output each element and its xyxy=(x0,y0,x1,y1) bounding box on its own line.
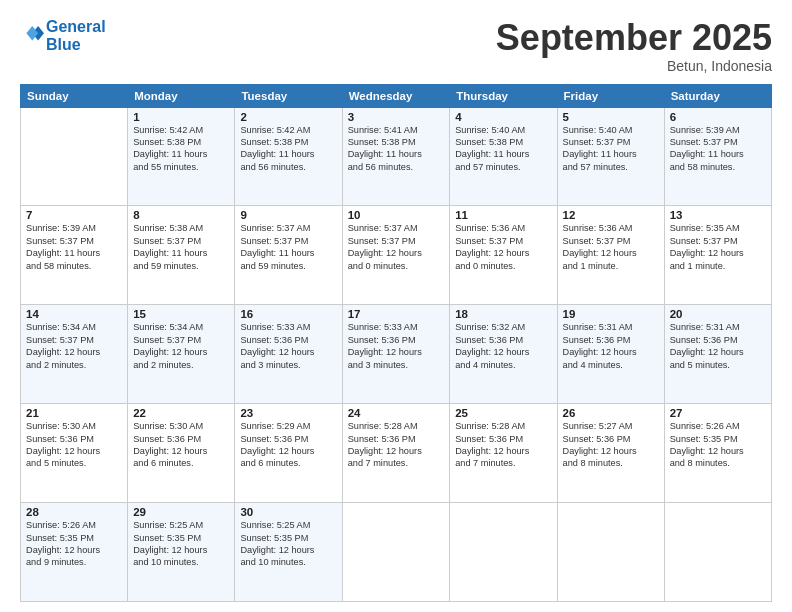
calendar-cell: 8Sunrise: 5:38 AM Sunset: 5:37 PM Daylig… xyxy=(128,206,235,305)
calendar-cell: 28Sunrise: 5:26 AM Sunset: 5:35 PM Dayli… xyxy=(21,503,128,602)
day-number: 24 xyxy=(348,407,445,419)
calendar-cell: 14Sunrise: 5:34 AM Sunset: 5:37 PM Dayli… xyxy=(21,305,128,404)
day-number: 8 xyxy=(133,209,229,221)
day-number: 1 xyxy=(133,111,229,123)
calendar-cell xyxy=(342,503,450,602)
day-info: Sunrise: 5:31 AM Sunset: 5:36 PM Dayligh… xyxy=(670,321,766,371)
day-info: Sunrise: 5:28 AM Sunset: 5:36 PM Dayligh… xyxy=(455,420,551,470)
logo-icon xyxy=(22,23,44,45)
week-row-5: 28Sunrise: 5:26 AM Sunset: 5:35 PM Dayli… xyxy=(21,503,772,602)
week-row-3: 14Sunrise: 5:34 AM Sunset: 5:37 PM Dayli… xyxy=(21,305,772,404)
calendar-cell xyxy=(21,107,128,206)
day-info: Sunrise: 5:35 AM Sunset: 5:37 PM Dayligh… xyxy=(670,222,766,272)
calendar-cell xyxy=(450,503,557,602)
day-info: Sunrise: 5:25 AM Sunset: 5:35 PM Dayligh… xyxy=(133,519,229,569)
location: Betun, Indonesia xyxy=(496,58,772,74)
day-number: 3 xyxy=(348,111,445,123)
day-info: Sunrise: 5:28 AM Sunset: 5:36 PM Dayligh… xyxy=(348,420,445,470)
calendar-table: SundayMondayTuesdayWednesdayThursdayFrid… xyxy=(20,84,772,602)
day-info: Sunrise: 5:40 AM Sunset: 5:37 PM Dayligh… xyxy=(563,124,659,174)
calendar-cell: 25Sunrise: 5:28 AM Sunset: 5:36 PM Dayli… xyxy=(450,404,557,503)
day-number: 7 xyxy=(26,209,122,221)
day-info: Sunrise: 5:41 AM Sunset: 5:38 PM Dayligh… xyxy=(348,124,445,174)
calendar-cell: 13Sunrise: 5:35 AM Sunset: 5:37 PM Dayli… xyxy=(664,206,771,305)
day-number: 11 xyxy=(455,209,551,221)
day-number: 23 xyxy=(240,407,336,419)
week-row-4: 21Sunrise: 5:30 AM Sunset: 5:36 PM Dayli… xyxy=(21,404,772,503)
day-info: Sunrise: 5:42 AM Sunset: 5:38 PM Dayligh… xyxy=(240,124,336,174)
calendar-cell: 6Sunrise: 5:39 AM Sunset: 5:37 PM Daylig… xyxy=(664,107,771,206)
day-info: Sunrise: 5:30 AM Sunset: 5:36 PM Dayligh… xyxy=(26,420,122,470)
calendar-cell: 15Sunrise: 5:34 AM Sunset: 5:37 PM Dayli… xyxy=(128,305,235,404)
day-number: 30 xyxy=(240,506,336,518)
weekday-header-row: SundayMondayTuesdayWednesdayThursdayFrid… xyxy=(21,84,772,107)
weekday-header-sunday: Sunday xyxy=(21,84,128,107)
week-row-2: 7Sunrise: 5:39 AM Sunset: 5:37 PM Daylig… xyxy=(21,206,772,305)
day-number: 2 xyxy=(240,111,336,123)
calendar-cell xyxy=(664,503,771,602)
calendar-cell: 19Sunrise: 5:31 AM Sunset: 5:36 PM Dayli… xyxy=(557,305,664,404)
day-number: 14 xyxy=(26,308,122,320)
calendar-cell: 4Sunrise: 5:40 AM Sunset: 5:38 PM Daylig… xyxy=(450,107,557,206)
calendar-cell: 16Sunrise: 5:33 AM Sunset: 5:36 PM Dayli… xyxy=(235,305,342,404)
day-number: 16 xyxy=(240,308,336,320)
day-info: Sunrise: 5:30 AM Sunset: 5:36 PM Dayligh… xyxy=(133,420,229,470)
day-info: Sunrise: 5:26 AM Sunset: 5:35 PM Dayligh… xyxy=(26,519,122,569)
day-number: 26 xyxy=(563,407,659,419)
day-number: 13 xyxy=(670,209,766,221)
calendar-cell: 11Sunrise: 5:36 AM Sunset: 5:37 PM Dayli… xyxy=(450,206,557,305)
day-info: Sunrise: 5:32 AM Sunset: 5:36 PM Dayligh… xyxy=(455,321,551,371)
calendar-cell: 22Sunrise: 5:30 AM Sunset: 5:36 PM Dayli… xyxy=(128,404,235,503)
day-info: Sunrise: 5:42 AM Sunset: 5:38 PM Dayligh… xyxy=(133,124,229,174)
day-number: 10 xyxy=(348,209,445,221)
day-info: Sunrise: 5:39 AM Sunset: 5:37 PM Dayligh… xyxy=(26,222,122,272)
page: General Blue September 2025 Betun, Indon… xyxy=(0,0,792,612)
calendar-cell: 21Sunrise: 5:30 AM Sunset: 5:36 PM Dayli… xyxy=(21,404,128,503)
calendar-cell: 3Sunrise: 5:41 AM Sunset: 5:38 PM Daylig… xyxy=(342,107,450,206)
weekday-header-monday: Monday xyxy=(128,84,235,107)
weekday-header-saturday: Saturday xyxy=(664,84,771,107)
calendar-cell: 5Sunrise: 5:40 AM Sunset: 5:37 PM Daylig… xyxy=(557,107,664,206)
calendar-cell: 9Sunrise: 5:37 AM Sunset: 5:37 PM Daylig… xyxy=(235,206,342,305)
day-info: Sunrise: 5:38 AM Sunset: 5:37 PM Dayligh… xyxy=(133,222,229,272)
weekday-header-tuesday: Tuesday xyxy=(235,84,342,107)
calendar-cell: 2Sunrise: 5:42 AM Sunset: 5:38 PM Daylig… xyxy=(235,107,342,206)
day-number: 29 xyxy=(133,506,229,518)
day-number: 12 xyxy=(563,209,659,221)
day-info: Sunrise: 5:25 AM Sunset: 5:35 PM Dayligh… xyxy=(240,519,336,569)
calendar-cell: 20Sunrise: 5:31 AM Sunset: 5:36 PM Dayli… xyxy=(664,305,771,404)
month-title: September 2025 xyxy=(496,18,772,58)
calendar-cell: 10Sunrise: 5:37 AM Sunset: 5:37 PM Dayli… xyxy=(342,206,450,305)
calendar-cell: 24Sunrise: 5:28 AM Sunset: 5:36 PM Dayli… xyxy=(342,404,450,503)
calendar-cell: 26Sunrise: 5:27 AM Sunset: 5:36 PM Dayli… xyxy=(557,404,664,503)
day-number: 4 xyxy=(455,111,551,123)
calendar-cell: 27Sunrise: 5:26 AM Sunset: 5:35 PM Dayli… xyxy=(664,404,771,503)
day-number: 18 xyxy=(455,308,551,320)
calendar-cell: 7Sunrise: 5:39 AM Sunset: 5:37 PM Daylig… xyxy=(21,206,128,305)
logo-text-blue: Blue xyxy=(46,36,106,54)
day-info: Sunrise: 5:26 AM Sunset: 5:35 PM Dayligh… xyxy=(670,420,766,470)
day-number: 6 xyxy=(670,111,766,123)
calendar-cell: 23Sunrise: 5:29 AM Sunset: 5:36 PM Dayli… xyxy=(235,404,342,503)
day-number: 15 xyxy=(133,308,229,320)
day-info: Sunrise: 5:39 AM Sunset: 5:37 PM Dayligh… xyxy=(670,124,766,174)
day-number: 17 xyxy=(348,308,445,320)
weekday-header-wednesday: Wednesday xyxy=(342,84,450,107)
logo: General Blue xyxy=(20,18,106,53)
calendar-cell: 30Sunrise: 5:25 AM Sunset: 5:35 PM Dayli… xyxy=(235,503,342,602)
title-block: September 2025 Betun, Indonesia xyxy=(496,18,772,74)
calendar-cell: 18Sunrise: 5:32 AM Sunset: 5:36 PM Dayli… xyxy=(450,305,557,404)
day-number: 9 xyxy=(240,209,336,221)
day-info: Sunrise: 5:31 AM Sunset: 5:36 PM Dayligh… xyxy=(563,321,659,371)
day-info: Sunrise: 5:36 AM Sunset: 5:37 PM Dayligh… xyxy=(563,222,659,272)
day-info: Sunrise: 5:33 AM Sunset: 5:36 PM Dayligh… xyxy=(240,321,336,371)
day-info: Sunrise: 5:37 AM Sunset: 5:37 PM Dayligh… xyxy=(348,222,445,272)
day-info: Sunrise: 5:33 AM Sunset: 5:36 PM Dayligh… xyxy=(348,321,445,371)
weekday-header-friday: Friday xyxy=(557,84,664,107)
day-number: 21 xyxy=(26,407,122,419)
calendar-cell: 29Sunrise: 5:25 AM Sunset: 5:35 PM Dayli… xyxy=(128,503,235,602)
day-info: Sunrise: 5:40 AM Sunset: 5:38 PM Dayligh… xyxy=(455,124,551,174)
logo-text-general: General xyxy=(46,18,106,36)
day-number: 20 xyxy=(670,308,766,320)
day-info: Sunrise: 5:29 AM Sunset: 5:36 PM Dayligh… xyxy=(240,420,336,470)
